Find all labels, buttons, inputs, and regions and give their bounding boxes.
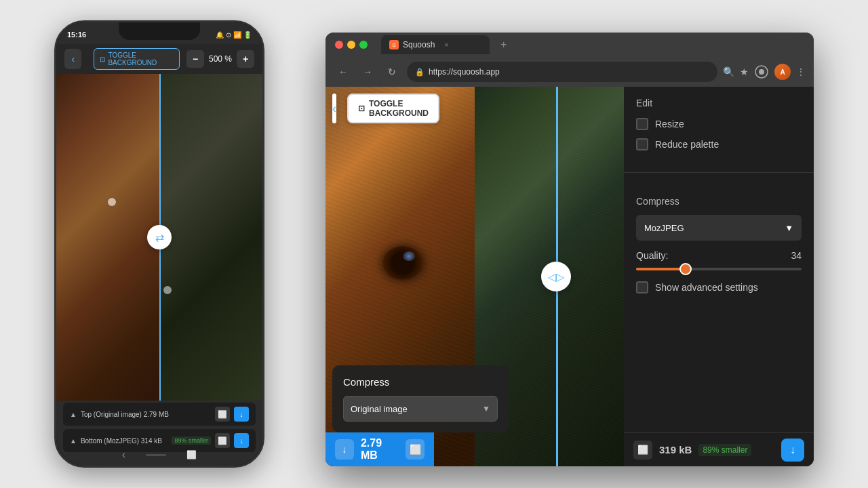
- svg-point-1: [759, 69, 764, 75]
- menu-icon[interactable]: ⋮: [796, 66, 806, 77]
- phone-comparison-handle[interactable]: ⇄: [147, 225, 172, 249]
- phone-zoom-plus[interactable]: +: [237, 50, 254, 68]
- phone-bar-expand-1[interactable]: ▲: [70, 411, 77, 418]
- phone-original-bar: ▲ Top (Original image) 2.79 MB ⬜ ↓: [63, 403, 256, 426]
- phone-status-icons: 🔔 ⊙ 📶 🔋: [216, 31, 252, 39]
- phone-handle-icon: ⇄: [155, 231, 164, 244]
- phone-smaller-badge: 89% smaller: [172, 436, 211, 445]
- address-bar[interactable]: 🔒 https://squoosh.app: [407, 62, 717, 82]
- toggle-bg-icon: ⊡: [358, 104, 365, 113]
- browser-chrome: S Squoosh × + ← → ↻ 🔒 https://squoosh.ap…: [326, 33, 814, 87]
- tab-title: Squoosh: [403, 40, 435, 49]
- panel-bottom-bar: ⬜ 319 kB 89% smaller ↓: [624, 432, 814, 466]
- viewer-file-size: 2.79 MB: [361, 437, 399, 462]
- reduce-palette-label: Reduce palette: [655, 139, 719, 150]
- tab-close-button[interactable]: ×: [444, 41, 448, 49]
- compress-section: Compress MozJPEG ▼ Quality: 34 Sho: [624, 176, 814, 304]
- edit-section: Edit Resize Reduce palette: [624, 87, 814, 169]
- phone-image-area: ⇄: [56, 74, 262, 401]
- browser-navbar: ← → ↻ 🔒 https://squoosh.app 🔍 ★ A ⋮: [326, 57, 814, 87]
- phone-nav-home[interactable]: [146, 454, 166, 456]
- compress-format-select[interactable]: MozJPEG ▼: [636, 215, 802, 241]
- panel-save-icon[interactable]: ⬜: [633, 441, 652, 460]
- user-avatar[interactable]: A: [774, 64, 791, 80]
- phone-nav-bar: ‹ ⬜: [56, 451, 262, 459]
- viewer-save-icon[interactable]: ⬜: [406, 439, 425, 460]
- close-window-button[interactable]: [335, 41, 343, 49]
- browser-titlebar: S Squoosh × +: [326, 33, 814, 57]
- phone-download-btn-2[interactable]: ↓: [234, 433, 249, 448]
- phone-download-btn-1[interactable]: ↓: [234, 407, 249, 422]
- viewer-bottom-bar: ↓ 2.79 MB ⬜: [326, 432, 434, 466]
- resize-label: Resize: [655, 119, 684, 129]
- phone-body: 15:16 🔔 ⊙ 📶 🔋 ‹ ⊡ TOGGLE BACKGROUND − 50…: [54, 20, 264, 468]
- browser-tab[interactable]: S Squoosh ×: [381, 35, 490, 54]
- viewer-toggle-bg-button[interactable]: ⊡ TOGGLE BACKGROUND: [347, 94, 439, 123]
- edit-section-title: Edit: [636, 98, 802, 108]
- phone: 15:16 🔔 ⊙ 📶 🔋 ‹ ⊡ TOGGLE BACKGROUND − 50…: [54, 20, 264, 468]
- phone-save-btn-1[interactable]: ⬜: [215, 407, 230, 422]
- minimize-window-button[interactable]: [347, 41, 355, 49]
- phone-back-button[interactable]: ‹: [64, 49, 81, 69]
- advanced-settings-label: Show advanced settings: [655, 282, 758, 293]
- phone-image-right: [159, 74, 262, 401]
- bookmark-icon[interactable]: ★: [740, 66, 749, 77]
- browser-reload-button[interactable]: ↻: [382, 62, 401, 81]
- quality-value: 34: [791, 250, 802, 261]
- comparison-handle[interactable]: ◁▷: [541, 262, 571, 291]
- viewer-download-icon[interactable]: ↓: [335, 439, 354, 460]
- compress-select-arrow-icon: ▼: [482, 404, 490, 413]
- advanced-settings-checkbox[interactable]: [636, 281, 648, 293]
- panel-divider-1: [624, 172, 814, 173]
- ssl-lock-icon: 🔒: [415, 68, 425, 77]
- phone-save-btn-2[interactable]: ⬜: [215, 433, 230, 448]
- search-icon[interactable]: 🔍: [723, 66, 734, 77]
- phone-bar-expand-2[interactable]: ▲: [70, 437, 77, 445]
- phone-nav-recents[interactable]: ⬜: [186, 450, 197, 460]
- phone-compressed-label: Bottom (MozJPEG) 314 kB: [81, 437, 168, 445]
- phone-bottom-bars: ▲ Top (Original image) 2.79 MB ⬜ ↓ ▲ Bot…: [56, 403, 262, 452]
- browser-forward-button[interactable]: →: [358, 62, 377, 81]
- resize-checkbox[interactable]: [636, 118, 648, 130]
- image-area: ◁▷ ‹ − 60 % + ⊡ TOGGLE BACKGROUND Compre…: [326, 87, 624, 466]
- viewer-back-button[interactable]: ‹: [332, 94, 336, 123]
- viewer-toolbar: ‹ − 60 % + ⊡ TOGGLE BACKGROUND: [332, 94, 434, 123]
- quality-label: Quality:: [636, 250, 668, 261]
- browser-content: ◁▷ ‹ − 60 % + ⊡ TOGGLE BACKGROUND Compre…: [326, 87, 814, 466]
- phone-nav-back[interactable]: ‹: [122, 449, 125, 461]
- phone-original-label: Top (Original image) 2.79 MB: [81, 411, 211, 418]
- reduce-palette-checkbox[interactable]: [636, 138, 648, 150]
- maximize-window-button[interactable]: [359, 41, 368, 49]
- squoosh-favicon: S: [389, 40, 399, 49]
- chrome-icon: [754, 64, 769, 79]
- phone-statusbar: 15:16 🔔 ⊙ 📶 🔋: [67, 28, 252, 41]
- eye-highlight: [403, 251, 415, 261]
- panel-smaller-badge: 89% smaller: [698, 444, 751, 456]
- resize-row: Resize: [636, 118, 802, 130]
- browser-window: S Squoosh × + ← → ↻ 🔒 https://squoosh.ap…: [326, 33, 814, 466]
- compress-section-title: Compress: [636, 186, 802, 207]
- panel-download-button[interactable]: ↓: [781, 439, 804, 462]
- quality-slider[interactable]: [636, 268, 802, 270]
- url-text: https://squoosh.app: [429, 67, 500, 77]
- quality-slider-thumb[interactable]: [679, 263, 692, 275]
- new-tab-button[interactable]: +: [500, 39, 507, 51]
- toggle-bg-label: TOGGLE BACKGROUND: [369, 99, 429, 118]
- phone-zoom-minus[interactable]: −: [186, 50, 204, 68]
- phone-compressed-bar: ▲ Bottom (MozJPEG) 314 kB 89% smaller ⬜ …: [63, 429, 256, 452]
- reduce-palette-row: Reduce palette: [636, 138, 802, 150]
- compress-source-value: Original image: [351, 404, 408, 414]
- compress-source-select[interactable]: Original image ▼: [343, 396, 498, 422]
- quality-slider-fill: [636, 268, 686, 270]
- browser-back-button[interactable]: ←: [334, 62, 353, 81]
- phone-toggle-bg-button[interactable]: ⊡ TOGGLE BACKGROUND: [94, 48, 180, 70]
- phone-zoom-controls: − 500 % +: [186, 50, 254, 68]
- right-panel: Edit Resize Reduce palette Compress MozJ…: [624, 87, 814, 466]
- phone-time: 15:16: [67, 30, 86, 39]
- dog-eye: [382, 246, 423, 280]
- phone-toggle-icon: ⊡: [100, 56, 105, 63]
- phone-image-left: [56, 74, 159, 401]
- phone-screen: 15:16 🔔 ⊙ 📶 🔋 ‹ ⊡ TOGGLE BACKGROUND − 50…: [56, 22, 262, 466]
- compress-format-arrow-icon: ▼: [785, 223, 793, 233]
- advanced-settings-row: Show advanced settings: [636, 281, 802, 293]
